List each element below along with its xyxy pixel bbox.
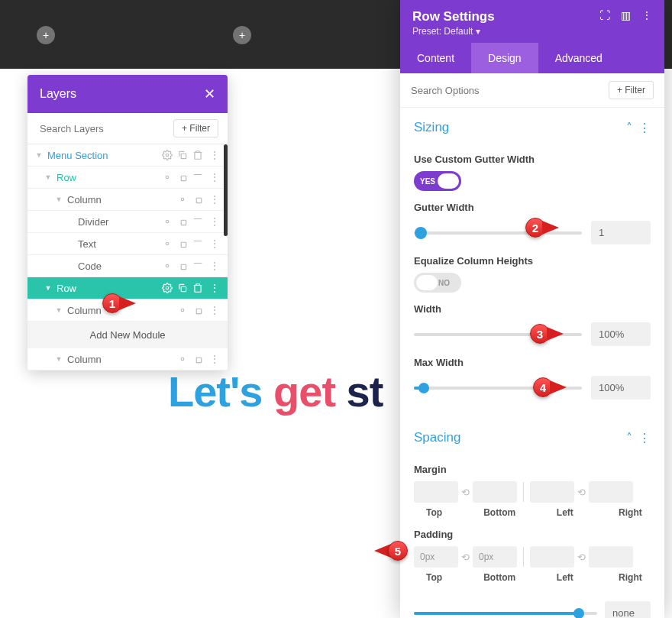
gear-icon[interactable] <box>177 354 188 364</box>
caret-icon[interactable]: ▼ <box>53 196 64 203</box>
tab-advanced[interactable]: Advanced <box>538 43 619 73</box>
more-icon[interactable]: ⋮ <box>208 282 221 294</box>
callout-1: 1 <box>102 293 136 313</box>
label-margin: Margin <box>414 464 651 475</box>
gear-icon[interactable] <box>177 305 188 315</box>
link-icon[interactable]: ⟲ <box>461 552 470 563</box>
trash-icon[interactable] <box>192 150 203 160</box>
duplicate-icon[interactable] <box>177 150 188 160</box>
layer-column[interactable]: ▼ Column ⋮ <box>27 189 228 211</box>
unit-slider-row: none <box>414 601 651 618</box>
close-icon[interactable]: ✕ <box>204 86 215 102</box>
caret-icon[interactable]: ▼ <box>34 151 44 159</box>
margin-top-input[interactable] <box>414 481 458 503</box>
padding-right-input[interactable] <box>589 546 633 568</box>
more-icon[interactable]: ⋮ <box>208 304 221 316</box>
caret-icon[interactable]: ▼ <box>43 284 53 292</box>
gear-icon[interactable] <box>177 194 188 205</box>
section-spacing-header[interactable]: Spacing ˄ ⋮ <box>414 418 651 453</box>
layers-search-input[interactable] <box>37 120 173 138</box>
link-icon[interactable]: ⟲ <box>461 487 470 498</box>
gutter-width-value[interactable]: 1 <box>591 221 651 244</box>
layers-search-row: + Filter <box>27 113 228 144</box>
tab-design[interactable]: Design <box>471 43 538 73</box>
trash-icon[interactable] <box>192 283 203 293</box>
more-icon[interactable]: ⋮ <box>208 149 221 161</box>
unit-slider[interactable] <box>414 612 597 615</box>
trash-icon[interactable] <box>192 238 203 249</box>
settings-tabs: Content Design Advanced <box>400 43 664 73</box>
padding-left-input[interactable] <box>530 546 574 568</box>
layer-module-text[interactable]: Text ⋮ <box>27 233 228 255</box>
gear-icon[interactable] <box>162 238 173 249</box>
caret-icon[interactable]: ▼ <box>53 306 64 314</box>
toggle-equalize[interactable]: NO <box>414 273 461 293</box>
caret-icon[interactable]: ▼ <box>43 173 53 181</box>
more-icon[interactable]: ⋮ <box>208 238 221 250</box>
svg-rect-11 <box>181 264 186 269</box>
gear-icon[interactable] <box>162 283 173 293</box>
more-icon[interactable]: ⋮ <box>208 171 221 183</box>
unit-value[interactable]: none <box>605 601 651 618</box>
label-width: Width <box>414 303 651 315</box>
trash-icon[interactable] <box>192 216 203 227</box>
layer-row[interactable]: ▼ Row ⋮ <box>27 167 228 189</box>
gear-icon[interactable] <box>162 150 173 160</box>
chevron-up-icon[interactable]: ˄ <box>626 431 632 445</box>
padding-bottom-input[interactable]: 0px <box>473 546 517 568</box>
duplicate-icon[interactable] <box>177 216 188 227</box>
caret-icon[interactable]: ▼ <box>53 355 64 363</box>
layer-module-code[interactable]: Code ⋮ <box>27 255 228 277</box>
width-value[interactable]: 100% <box>591 322 651 346</box>
add-section-button[interactable]: + <box>233 26 251 44</box>
trash-icon[interactable] <box>192 260 203 271</box>
chevron-up-icon[interactable]: ˄ <box>626 121 632 135</box>
slider-thumb[interactable] <box>415 227 427 239</box>
svg-rect-9 <box>181 242 186 247</box>
gear-icon[interactable] <box>162 172 173 183</box>
duplicate-icon[interactable] <box>177 283 188 293</box>
more-icon[interactable]: ⋮ <box>208 353 221 365</box>
gear-icon[interactable] <box>162 216 173 227</box>
duplicate-icon[interactable] <box>192 194 203 205</box>
duplicate-icon[interactable] <box>177 260 188 271</box>
margin-left-input[interactable] <box>530 481 574 503</box>
more-icon[interactable]: ⋮ <box>208 215 221 228</box>
layer-module-divider[interactable]: Divider ⋮ <box>27 211 228 233</box>
margin-right-input[interactable] <box>589 481 633 503</box>
more-icon[interactable]: ⋮ <box>638 431 651 445</box>
more-icon[interactable]: ⋮ <box>638 121 651 135</box>
settings-filter-button[interactable]: + Filter <box>609 81 654 99</box>
padding-top-input[interactable]: 0px <box>414 546 458 568</box>
gear-icon[interactable] <box>162 260 173 271</box>
svg-point-14 <box>181 309 184 312</box>
link-icon[interactable]: ⟲ <box>577 552 586 563</box>
toggle-custom-gutter[interactable]: YES <box>414 171 461 191</box>
trash-icon[interactable] <box>192 172 203 183</box>
link-icon[interactable]: ⟲ <box>577 487 586 498</box>
max-width-value[interactable]: 100% <box>591 376 651 400</box>
svg-point-6 <box>166 220 169 223</box>
section-sizing-header[interactable]: Sizing ˄ ⋮ <box>414 108 651 143</box>
preset-dropdown[interactable]: Preset: Default ▾ <box>412 26 495 37</box>
more-icon[interactable]: ⋮ <box>208 260 221 272</box>
add-section-button[interactable]: + <box>37 26 55 44</box>
layer-add-module[interactable]: Add New Module <box>27 322 228 348</box>
expand-icon[interactable]: ⛶ <box>599 9 610 21</box>
snap-icon[interactable]: ▥ <box>621 9 631 21</box>
duplicate-icon[interactable] <box>192 305 203 315</box>
tab-content[interactable]: Content <box>400 43 471 73</box>
duplicate-icon[interactable] <box>192 354 203 364</box>
settings-search-input[interactable] <box>411 85 609 96</box>
layers-filter-button[interactable]: + Filter <box>173 119 218 138</box>
margin-inputs: ⟲ ⟲ <box>414 481 651 503</box>
duplicate-icon[interactable] <box>177 238 188 249</box>
layer-column[interactable]: ▼ Column ⋮ <box>27 348 228 370</box>
duplicate-icon[interactable] <box>177 172 188 183</box>
more-icon[interactable]: ⋮ <box>641 9 652 21</box>
slider-thumb[interactable] <box>573 608 584 618</box>
margin-bottom-input[interactable] <box>473 481 517 503</box>
slider-thumb[interactable] <box>418 383 429 393</box>
layer-section[interactable]: ▼ Menu Section ⋮ <box>27 144 228 167</box>
more-icon[interactable]: ⋮ <box>208 193 221 205</box>
